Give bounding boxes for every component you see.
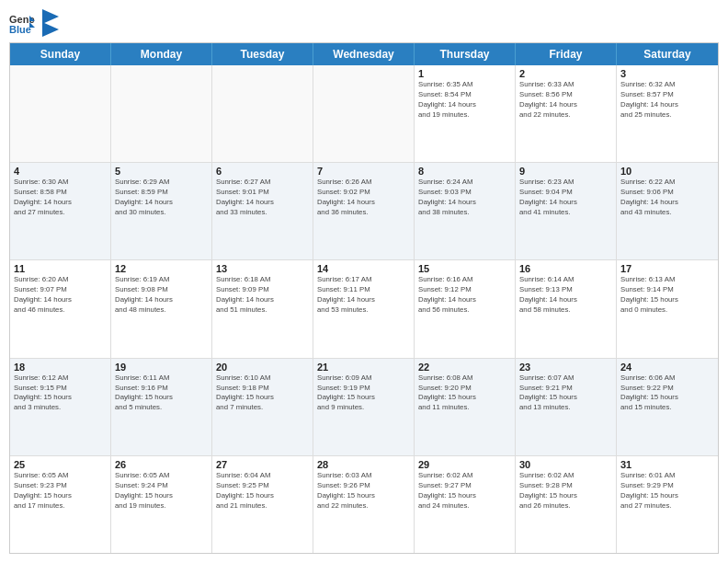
day-number: 23 bbox=[519, 362, 612, 373]
day-info: Sunrise: 6:22 AM Sunset: 9:06 PM Dayligh… bbox=[620, 178, 714, 218]
day-info: Sunrise: 6:10 AM Sunset: 9:18 PM Dayligh… bbox=[216, 373, 309, 414]
calendar-cell: 11Sunrise: 6:20 AM Sunset: 9:07 PM Dayli… bbox=[10, 260, 111, 357]
page-header: General Blue bbox=[9, 9, 719, 37]
calendar-cell: 23Sunrise: 6:07 AM Sunset: 9:21 PM Dayli… bbox=[516, 359, 617, 455]
day-info: Sunrise: 6:06 AM Sunset: 9:22 PM Dayligh… bbox=[620, 373, 714, 414]
day-number: 18 bbox=[14, 362, 107, 373]
day-info: Sunrise: 6:29 AM Sunset: 8:59 PM Dayligh… bbox=[115, 178, 208, 218]
calendar: SundayMondayTuesdayWednesdayThursdayFrid… bbox=[9, 42, 719, 554]
logo-triangle-icon bbox=[42, 9, 59, 37]
calendar-row-3: 11Sunrise: 6:20 AM Sunset: 9:07 PM Dayli… bbox=[10, 260, 718, 358]
day-info: Sunrise: 6:17 AM Sunset: 9:11 PM Dayligh… bbox=[317, 275, 410, 316]
calendar-row-5: 25Sunrise: 6:05 AM Sunset: 9:23 PM Dayli… bbox=[10, 456, 718, 553]
day-number: 20 bbox=[216, 362, 309, 373]
day-number: 29 bbox=[418, 459, 511, 470]
svg-marker-4 bbox=[42, 9, 59, 24]
calendar-cell: 26Sunrise: 6:05 AM Sunset: 9:24 PM Dayli… bbox=[111, 456, 212, 553]
calendar-cell: 25Sunrise: 6:05 AM Sunset: 9:23 PM Dayli… bbox=[10, 456, 111, 553]
calendar-cell: 10Sunrise: 6:22 AM Sunset: 9:06 PM Dayli… bbox=[617, 163, 718, 259]
calendar-cell bbox=[313, 65, 415, 162]
day-info: Sunrise: 6:04 AM Sunset: 9:25 PM Dayligh… bbox=[216, 471, 309, 511]
day-number: 17 bbox=[620, 263, 714, 274]
calendar-cell: 3Sunrise: 6:32 AM Sunset: 8:57 PM Daylig… bbox=[617, 65, 718, 162]
day-info: Sunrise: 6:24 AM Sunset: 9:03 PM Dayligh… bbox=[418, 178, 511, 218]
header-day-friday: Friday bbox=[516, 43, 617, 65]
day-number: 8 bbox=[418, 166, 511, 177]
day-info: Sunrise: 6:16 AM Sunset: 9:12 PM Dayligh… bbox=[418, 275, 511, 316]
logo: General Blue bbox=[9, 9, 59, 37]
calendar-cell: 4Sunrise: 6:30 AM Sunset: 8:58 PM Daylig… bbox=[10, 163, 111, 259]
header-day-saturday: Saturday bbox=[617, 43, 718, 65]
day-number: 3 bbox=[620, 68, 714, 79]
day-number: 1 bbox=[418, 68, 511, 79]
svg-text:Blue: Blue bbox=[9, 24, 31, 34]
day-number: 15 bbox=[418, 263, 511, 274]
calendar-page: General Blue SundayMondayTuesdayWednesda… bbox=[0, 0, 728, 563]
day-info: Sunrise: 6:35 AM Sunset: 8:54 PM Dayligh… bbox=[418, 80, 511, 121]
calendar-row-2: 4Sunrise: 6:30 AM Sunset: 8:58 PM Daylig… bbox=[10, 163, 718, 260]
day-number: 16 bbox=[519, 263, 612, 274]
day-number: 21 bbox=[317, 362, 410, 373]
calendar-cell: 30Sunrise: 6:02 AM Sunset: 9:28 PM Dayli… bbox=[516, 456, 617, 553]
day-number: 12 bbox=[115, 263, 208, 274]
day-info: Sunrise: 6:27 AM Sunset: 9:01 PM Dayligh… bbox=[216, 178, 309, 218]
day-info: Sunrise: 6:18 AM Sunset: 9:09 PM Dayligh… bbox=[216, 275, 309, 316]
day-number: 2 bbox=[519, 68, 612, 79]
day-info: Sunrise: 6:01 AM Sunset: 9:29 PM Dayligh… bbox=[620, 471, 714, 511]
day-number: 11 bbox=[14, 263, 107, 274]
day-number: 26 bbox=[115, 459, 208, 470]
day-number: 28 bbox=[317, 459, 410, 470]
calendar-cell bbox=[10, 65, 111, 162]
calendar-header: SundayMondayTuesdayWednesdayThursdayFrid… bbox=[10, 43, 718, 65]
calendar-cell bbox=[111, 65, 212, 162]
calendar-cell: 16Sunrise: 6:14 AM Sunset: 9:13 PM Dayli… bbox=[516, 260, 617, 357]
day-info: Sunrise: 6:02 AM Sunset: 9:27 PM Dayligh… bbox=[418, 471, 511, 511]
day-info: Sunrise: 6:05 AM Sunset: 9:23 PM Dayligh… bbox=[14, 471, 107, 511]
day-info: Sunrise: 6:13 AM Sunset: 9:14 PM Dayligh… bbox=[620, 275, 714, 316]
calendar-cell: 5Sunrise: 6:29 AM Sunset: 8:59 PM Daylig… bbox=[111, 163, 212, 259]
day-number: 4 bbox=[14, 166, 107, 177]
day-number: 13 bbox=[216, 263, 309, 274]
calendar-cell: 14Sunrise: 6:17 AM Sunset: 9:11 PM Dayli… bbox=[313, 260, 415, 357]
day-info: Sunrise: 6:30 AM Sunset: 8:58 PM Dayligh… bbox=[14, 178, 107, 218]
day-number: 31 bbox=[620, 459, 714, 470]
calendar-cell: 8Sunrise: 6:24 AM Sunset: 9:03 PM Daylig… bbox=[415, 163, 516, 259]
day-info: Sunrise: 6:14 AM Sunset: 9:13 PM Dayligh… bbox=[519, 275, 612, 316]
day-number: 24 bbox=[620, 362, 714, 373]
day-info: Sunrise: 6:32 AM Sunset: 8:57 PM Dayligh… bbox=[620, 80, 714, 121]
day-info: Sunrise: 6:33 AM Sunset: 8:56 PM Dayligh… bbox=[519, 80, 612, 121]
day-info: Sunrise: 6:19 AM Sunset: 9:08 PM Dayligh… bbox=[115, 275, 208, 316]
calendar-cell: 28Sunrise: 6:03 AM Sunset: 9:26 PM Dayli… bbox=[313, 456, 415, 553]
day-info: Sunrise: 6:05 AM Sunset: 9:24 PM Dayligh… bbox=[115, 471, 208, 511]
calendar-cell: 18Sunrise: 6:12 AM Sunset: 9:15 PM Dayli… bbox=[10, 359, 111, 455]
svg-marker-5 bbox=[42, 22, 59, 37]
calendar-cell: 9Sunrise: 6:23 AM Sunset: 9:04 PM Daylig… bbox=[516, 163, 617, 259]
calendar-cell: 22Sunrise: 6:08 AM Sunset: 9:20 PM Dayli… bbox=[415, 359, 516, 455]
calendar-cell bbox=[212, 65, 313, 162]
calendar-cell: 20Sunrise: 6:10 AM Sunset: 9:18 PM Dayli… bbox=[212, 359, 313, 455]
calendar-cell: 21Sunrise: 6:09 AM Sunset: 9:19 PM Dayli… bbox=[313, 359, 415, 455]
calendar-body: 1Sunrise: 6:35 AM Sunset: 8:54 PM Daylig… bbox=[10, 65, 718, 553]
day-number: 30 bbox=[519, 459, 612, 470]
calendar-cell: 24Sunrise: 6:06 AM Sunset: 9:22 PM Dayli… bbox=[617, 359, 718, 455]
day-number: 27 bbox=[216, 459, 309, 470]
day-info: Sunrise: 6:11 AM Sunset: 9:16 PM Dayligh… bbox=[115, 373, 208, 414]
day-number: 9 bbox=[519, 166, 612, 177]
calendar-row-1: 1Sunrise: 6:35 AM Sunset: 8:54 PM Daylig… bbox=[10, 65, 718, 163]
calendar-cell: 15Sunrise: 6:16 AM Sunset: 9:12 PM Dayli… bbox=[415, 260, 516, 357]
day-info: Sunrise: 6:20 AM Sunset: 9:07 PM Dayligh… bbox=[14, 275, 107, 316]
calendar-cell: 2Sunrise: 6:33 AM Sunset: 8:56 PM Daylig… bbox=[516, 65, 617, 162]
day-info: Sunrise: 6:02 AM Sunset: 9:28 PM Dayligh… bbox=[519, 471, 612, 511]
header-day-thursday: Thursday bbox=[415, 43, 516, 65]
logo-icon: General Blue bbox=[9, 12, 35, 34]
day-number: 25 bbox=[14, 459, 107, 470]
day-info: Sunrise: 6:12 AM Sunset: 9:15 PM Dayligh… bbox=[14, 373, 107, 414]
calendar-cell: 7Sunrise: 6:26 AM Sunset: 9:02 PM Daylig… bbox=[313, 163, 415, 259]
calendar-cell: 13Sunrise: 6:18 AM Sunset: 9:09 PM Dayli… bbox=[212, 260, 313, 357]
day-number: 10 bbox=[620, 166, 714, 177]
day-info: Sunrise: 6:07 AM Sunset: 9:21 PM Dayligh… bbox=[519, 373, 612, 414]
calendar-cell: 27Sunrise: 6:04 AM Sunset: 9:25 PM Dayli… bbox=[212, 456, 313, 553]
header-day-tuesday: Tuesday bbox=[212, 43, 313, 65]
calendar-cell: 19Sunrise: 6:11 AM Sunset: 9:16 PM Dayli… bbox=[111, 359, 212, 455]
day-number: 19 bbox=[115, 362, 208, 373]
